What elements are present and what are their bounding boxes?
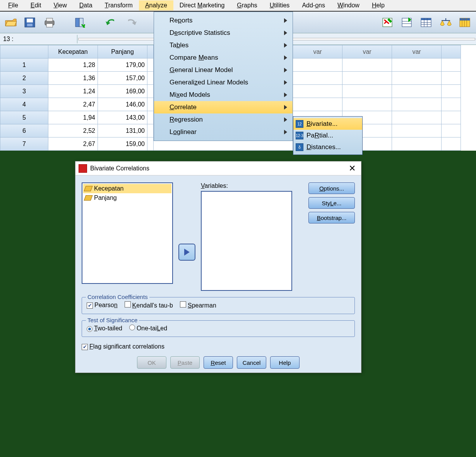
svg-rect-21	[460, 18, 470, 21]
spearman-checkbox[interactable]: Spearman	[180, 301, 216, 309]
target-variables-list[interactable]	[201, 191, 292, 291]
partial-icon: 12·3	[296, 132, 303, 139]
list-item[interactable]: Panjang	[83, 193, 171, 203]
chevron-right-icon	[284, 55, 287, 60]
chevron-right-icon	[284, 93, 287, 97]
svg-rect-6	[75, 18, 79, 27]
flag-sig-checkbox[interactable]: ✔Flag significant correlations	[82, 343, 164, 350]
row-header-blank	[0, 45, 48, 58]
dataset-icon[interactable]	[73, 15, 88, 30]
menu-view[interactable]: View	[47, 0, 73, 10]
menu-compare-means[interactable]: Compare Means	[154, 52, 293, 64]
menu-utilities[interactable]: Utilities	[264, 0, 296, 10]
chevron-right-icon	[284, 18, 287, 23]
options-button[interactable]: Options...	[308, 182, 355, 194]
chevron-right-icon	[284, 117, 287, 122]
chevron-right-icon	[284, 31, 287, 35]
chevron-right-icon	[284, 68, 287, 72]
menu-addons[interactable]: Add-ons	[296, 0, 331, 10]
submenu-distances[interactable]: δDistances...	[293, 141, 362, 153]
menu-direct-marketing[interactable]: Direct Marketing	[173, 0, 231, 10]
move-right-button[interactable]	[178, 244, 195, 261]
col-var-5[interactable]	[442, 45, 461, 58]
test-of-sig-group: Test of Significance Two-tailed One-taiL…	[82, 320, 355, 337]
weight-icon[interactable]	[438, 15, 454, 30]
menu-file[interactable]: File	[2, 0, 24, 10]
redo-icon[interactable]	[123, 15, 139, 30]
variables-icon[interactable]	[399, 15, 415, 30]
ok-button[interactable]: OK	[137, 356, 166, 369]
menu-mixed[interactable]: Mixed Models	[154, 89, 293, 101]
chevron-right-icon	[284, 43, 287, 48]
menubar: File Edit View Data Transform Analyze Di…	[0, 0, 476, 12]
menu-loglinear[interactable]: Loglinear	[154, 126, 293, 138]
menu-analyze[interactable]: Analyze	[139, 0, 173, 10]
menu-gzm[interactable]: Generalized Linear Models	[154, 76, 293, 89]
chevron-right-icon	[284, 130, 287, 134]
undo-icon[interactable]	[104, 15, 119, 30]
menu-graphs[interactable]: Graphs	[231, 0, 263, 10]
dialog-title: Bivariate Correlations	[90, 165, 149, 172]
help-button[interactable]: Help	[270, 356, 300, 369]
menu-descriptive-stats[interactable]: Descriptive Statistics	[154, 27, 293, 39]
variables-label: Variables:	[201, 182, 292, 189]
col-kecepatan[interactable]: Kecepatan	[48, 45, 98, 58]
col-var-2[interactable]: var	[293, 45, 342, 58]
list-item[interactable]: Kecepatan	[83, 184, 171, 193]
menu-regression[interactable]: Regression	[154, 113, 293, 126]
cc-legend: Correlation Coefficients	[86, 294, 149, 300]
pearson-checkbox[interactable]: ✔Pearson	[87, 302, 118, 309]
scale-icon	[84, 195, 92, 201]
svg-rect-2	[27, 24, 33, 26]
paste-button[interactable]: Paste	[170, 356, 200, 369]
svg-rect-1	[27, 19, 33, 22]
svg-rect-13	[421, 18, 431, 20]
menu-edit[interactable]: Edit	[24, 0, 48, 10]
menu-help[interactable]: Help	[366, 0, 391, 10]
menu-glm[interactable]: General Linear Model	[154, 64, 293, 76]
menu-transform[interactable]: Transform	[99, 0, 139, 10]
print-icon[interactable]	[42, 15, 57, 30]
correlate-submenu: 12Bivariate... 12·3PaRtial... δDistances…	[293, 116, 363, 155]
bootstrap-button[interactable]: Bootstrap...	[308, 212, 355, 223]
submenu-partial[interactable]: 12·3PaRtial...	[293, 130, 362, 141]
table-icon[interactable]	[419, 15, 434, 30]
source-variables-list[interactable]: Kecepatan Panjang	[82, 182, 173, 284]
close-icon[interactable]: ✕	[346, 163, 358, 174]
dialog-icon	[79, 164, 87, 173]
chevron-right-icon	[284, 105, 287, 110]
col-hidden[interactable]	[147, 45, 154, 58]
chevron-right-icon	[284, 80, 287, 85]
arrow-right-icon	[184, 249, 190, 256]
bivariate-icon: 12	[296, 120, 303, 128]
grid-icon[interactable]	[457, 15, 473, 30]
save-icon[interactable]	[22, 15, 38, 30]
go-to-icon[interactable]	[380, 15, 396, 30]
col-var-4[interactable]: var	[392, 45, 442, 58]
analyze-dropdown: Reports Descriptive Statistics Tables Co…	[154, 12, 293, 141]
menu-tables[interactable]: Tables	[154, 39, 293, 52]
cancel-button[interactable]: Cancel	[237, 356, 266, 369]
tos-legend: Test of Significance	[86, 317, 139, 323]
col-var-3[interactable]: var	[342, 45, 392, 58]
reset-button[interactable]: Reset	[204, 356, 233, 369]
scale-icon	[84, 186, 92, 191]
two-tailed-radio[interactable]: Two-tailed	[87, 325, 122, 332]
menu-window[interactable]: Window	[331, 0, 366, 10]
svg-rect-5	[46, 24, 53, 27]
menu-data[interactable]: Data	[73, 0, 99, 10]
one-tailed-radio[interactable]: One-taiLed	[129, 325, 167, 332]
distances-icon: δ	[296, 143, 303, 151]
bivariate-dialog: Bivariate Correlations ✕ Kecepatan Panja…	[75, 161, 361, 373]
correlation-coeff-group: Correlation Coefficients ✔Pearson Kendal…	[82, 297, 355, 314]
open-icon[interactable]	[3, 15, 19, 30]
submenu-bivariate[interactable]: 12Bivariate...	[293, 118, 362, 130]
svg-rect-4	[46, 18, 53, 21]
cell-address: 13 :	[0, 35, 77, 43]
menu-correlate[interactable]: Correlate	[154, 101, 293, 113]
style-button[interactable]: StyLe...	[308, 197, 355, 209]
menu-reports[interactable]: Reports	[154, 14, 293, 27]
col-panjang[interactable]: Panjang	[98, 45, 147, 58]
kendall-checkbox[interactable]: Kendall's tau-b	[125, 301, 173, 309]
